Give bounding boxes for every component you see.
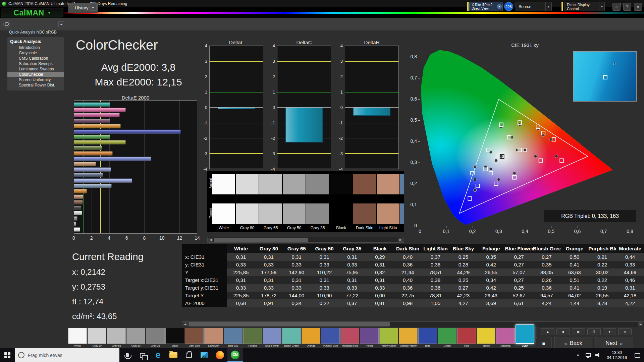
next-button[interactable]: Next » xyxy=(595,337,633,350)
microphone-button[interactable] xyxy=(119,348,135,362)
meter-caret-icon[interactable]: ▼ xyxy=(497,4,502,9)
table-cell: 0,26 xyxy=(533,276,560,284)
page-title: ColorChecker xyxy=(76,38,158,53)
palette-label: Cyan xyxy=(516,344,534,348)
palette-blue-flower[interactable]: Blue Flower xyxy=(263,328,281,348)
table-cell: 0,33 xyxy=(227,284,255,292)
palette-blue[interactable]: Blue xyxy=(418,328,437,348)
source-dropdown[interactable]: Source ▼ xyxy=(516,2,552,11)
palette-foliage[interactable]: Foliage xyxy=(243,328,262,348)
sidebar-item-luminance-sweeps[interactable]: Luminance Sweeps xyxy=(7,66,64,72)
measured-point xyxy=(474,165,477,168)
scrollbar-thumb[interactable] xyxy=(189,322,390,326)
palette-orange[interactable]: Orange xyxy=(302,328,320,348)
taskbar-firefox[interactable] xyxy=(212,348,227,362)
taskbar-calman-active[interactable]: CM xyxy=(227,348,243,362)
stop-measure-button[interactable]: ■ xyxy=(536,337,551,350)
pause-button[interactable]: ‖ xyxy=(587,328,601,335)
palette-black[interactable]: Black xyxy=(165,328,184,348)
panel-collapse-button[interactable]: « xyxy=(634,3,642,11)
taskbar-photos[interactable] xyxy=(197,348,212,362)
palette-light-skin[interactable]: Light Skin xyxy=(204,328,223,348)
meter-count-badge[interactable]: 228 xyxy=(504,2,513,11)
palette-magenta[interactable]: Magenta xyxy=(496,328,515,348)
palette-red[interactable]: Red xyxy=(457,328,476,348)
sidebar-item-spectral-power-dist[interactable]: Spectral Power Dist. xyxy=(7,82,64,88)
nav-circle-button[interactable] xyxy=(3,21,10,27)
sidebar-item-cms-calibration[interactable]: CMS Calibration xyxy=(7,56,64,61)
deltae-x-tick: 8 xyxy=(143,235,146,241)
taskbar-store[interactable] xyxy=(181,348,197,362)
measured-point xyxy=(550,138,553,141)
palette-cyan[interactable]: Cyan xyxy=(516,328,534,348)
network-button[interactable] xyxy=(583,348,593,362)
task-view-button[interactable] xyxy=(135,348,150,362)
scroll-left-icon[interactable]: ◀ xyxy=(208,238,213,242)
deltah-plot xyxy=(345,46,399,169)
volume-button[interactable] xyxy=(593,348,603,362)
system-tray: ∧ 13:30 04.12.2016 xyxy=(573,348,644,362)
scrollbar-thumb[interactable] xyxy=(214,238,308,242)
sidebar-item-colorchecker[interactable]: ColorChecker xyxy=(7,72,64,77)
palette-swatch xyxy=(496,328,515,344)
palette-yellow-green[interactable]: Yellow Green xyxy=(379,328,398,348)
loop-button[interactable]: ∞ xyxy=(618,328,632,335)
eject-button[interactable]: ▲ xyxy=(541,328,554,335)
palette-green[interactable]: Green xyxy=(438,328,457,348)
table-cell: 0,27 xyxy=(505,253,533,261)
target-swatch-blue-sky xyxy=(400,203,404,224)
table-col-bluish-green: Bluish Green xyxy=(533,244,560,253)
help-button[interactable]: ? xyxy=(623,3,631,11)
target-swatch-white xyxy=(212,203,235,224)
deltae-bar xyxy=(74,124,121,128)
table-cell: 78,81 xyxy=(422,292,449,299)
palette-yellow[interactable]: Yellow xyxy=(477,328,495,348)
taskbar-clock[interactable]: 13:30 04.12.2016 xyxy=(603,350,631,360)
add-tab-button[interactable]: + xyxy=(89,4,97,11)
palette-white[interactable]: White xyxy=(68,328,87,348)
palette-blue-sky[interactable]: Blue Sky xyxy=(224,328,243,348)
sidebar-item-saturation-sweeps[interactable]: Saturation Sweeps xyxy=(7,61,64,66)
calman-icon: CM xyxy=(231,351,239,359)
palette-gray-80[interactable]: Gray 80 xyxy=(88,328,106,348)
back-button[interactable]: « Back xyxy=(554,337,592,350)
palette-gray-35[interactable]: Gray 35 xyxy=(146,328,165,348)
windows-taskbar: Frag mich etwas e CM ∧ 13:30 04.12.2016 xyxy=(0,348,644,362)
sidebar-item-grayscale[interactable]: Grayscale xyxy=(7,50,64,56)
sidebar-item-introduction[interactable]: Introduction xyxy=(7,45,64,50)
record-button[interactable]: ● xyxy=(603,328,616,335)
stop-button[interactable]: ■ xyxy=(556,328,570,335)
palette-purple[interactable]: Purple xyxy=(360,328,379,348)
taskbar-search-input[interactable]: Frag mich etwas xyxy=(15,348,119,362)
palette-moderate-red[interactable]: Moderate Red xyxy=(340,328,359,348)
swatch-strip-scrollbar[interactable]: ◀ ▶ xyxy=(207,237,404,243)
tray-expand-button[interactable]: ∧ xyxy=(573,348,583,362)
taskbar-edge[interactable]: e xyxy=(150,348,166,362)
palette-orange-yellow[interactable]: Orange Yellow xyxy=(399,328,418,348)
action-center-button[interactable] xyxy=(631,348,644,362)
scroll-left-icon[interactable]: ◀ xyxy=(182,322,188,326)
sidebar-collapse-button[interactable]: ◀ xyxy=(58,21,64,27)
palette-purplish-blue[interactable]: Purplish Blue xyxy=(321,328,340,348)
palette-dark-skin[interactable]: Dark Skin xyxy=(185,328,204,348)
palette-gray-50[interactable]: Gray 50 xyxy=(126,328,145,348)
table-cell: 63,63 xyxy=(560,268,588,276)
swatch-labels-row: WhiteGray 80Gray 65Gray 50Gray 35BlackDa… xyxy=(212,226,404,230)
palette-gray-65[interactable]: Gray 65 xyxy=(107,328,126,348)
start-button[interactable] xyxy=(0,348,15,362)
palette-bluish-green[interactable]: Bluish Green xyxy=(282,328,301,348)
taskbar-file-explorer[interactable] xyxy=(166,348,181,362)
deltae-bars xyxy=(74,102,197,232)
table-cell: 0,41 xyxy=(560,284,588,292)
play-button[interactable]: ▶ xyxy=(572,328,585,335)
settings-gear-button[interactable]: ☼ xyxy=(612,3,621,11)
scroll-right-icon[interactable]: ▶ xyxy=(398,238,403,242)
table-scrollbar[interactable]: ◀ ▶ xyxy=(182,321,644,327)
calman-logo-menu[interactable]: CalMAN ▼ xyxy=(1,8,63,17)
display-control-dropdown[interactable]: Direct Display Control ▼ xyxy=(564,2,605,11)
scroll-right-icon[interactable]: ▶ xyxy=(638,322,643,326)
table-col-orange: Orange xyxy=(560,244,588,253)
sidebar-item-screen-uniformity[interactable]: Screen Uniformity xyxy=(7,77,64,82)
table-cell: 0,28 xyxy=(449,261,477,268)
tree-root-quick-analysis[interactable]: Quick Analysis xyxy=(7,38,64,45)
